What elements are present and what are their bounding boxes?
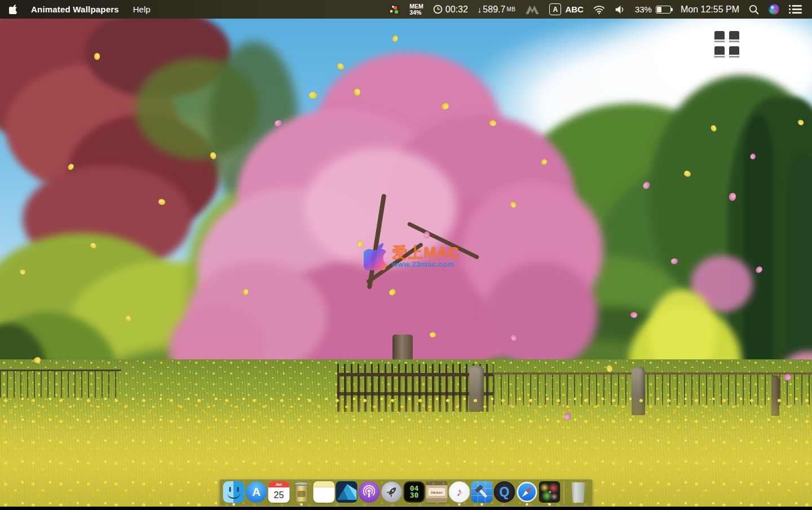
- dock-stickers[interactable]: Stickers: [426, 480, 448, 505]
- grid-cell: [714, 31, 725, 43]
- yellow-petal: [391, 35, 399, 43]
- quicktime-icon: Q: [494, 481, 515, 503]
- battery-percent: 33%: [635, 5, 652, 14]
- input-source-status[interactable]: A ABC: [549, 3, 584, 15]
- notes-icon: [314, 481, 335, 503]
- watermark: 爱上MAC www.23mac.com: [364, 243, 460, 270]
- finder-icon: [223, 481, 245, 503]
- stickers-icon: Stickers: [426, 481, 448, 503]
- running-indicator: [549, 503, 551, 505]
- yellow-petal: [309, 92, 317, 99]
- dock-app-store[interactable]: A: [246, 480, 267, 505]
- download-unit: MB: [506, 6, 515, 12]
- notification-list-icon[interactable]: [789, 5, 802, 14]
- dock: A Jan 25: [219, 479, 593, 507]
- network-status[interactable]: ↓ 589.7 MB: [478, 5, 516, 15]
- memory-value: 34%: [409, 10, 423, 16]
- watermark-title: 爱上MAC: [392, 245, 460, 261]
- dock-notes[interactable]: [314, 480, 335, 505]
- wallpaper-foliage-blob: [485, 261, 598, 368]
- menu-bar-clock[interactable]: Mon 12:55 PM: [681, 5, 739, 15]
- help-menu[interactable]: Help: [133, 5, 151, 14]
- dock-affinity-designer[interactable]: [336, 480, 358, 505]
- active-app-menu[interactable]: Animated Wallpapers: [31, 5, 119, 14]
- trash-icon: [570, 482, 587, 503]
- grid-cell: [729, 46, 739, 58]
- pink-petal: [564, 413, 571, 420]
- mountain-m-icon[interactable]: [525, 5, 540, 15]
- dock-separator: [564, 482, 564, 504]
- wallpaper-foliage-blob: [743, 115, 774, 397]
- dock-itunes[interactable]: ♪: [449, 480, 470, 505]
- clock-icon: [433, 5, 443, 14]
- timer-status[interactable]: 00:32: [433, 5, 468, 15]
- tin-can-icon: [291, 481, 312, 503]
- apple-logo-icon: [9, 5, 17, 14]
- itunes-icon: ♪: [449, 481, 470, 503]
- dock-quicktime[interactable]: Q: [494, 480, 515, 505]
- rocket-icon: [381, 481, 403, 503]
- dock-watch-timer[interactable]: 04 30: [404, 480, 425, 505]
- running-indicator: [233, 503, 235, 505]
- animated-wallpapers-icon: [539, 481, 561, 503]
- download-value: 589.7: [483, 5, 505, 15]
- calendar-month: Jan: [268, 481, 290, 487]
- apple-menu[interactable]: [9, 5, 17, 14]
- wifi-icon[interactable]: [593, 5, 605, 14]
- watch-timer-icon: 04 30: [404, 481, 425, 503]
- download-arrow-icon: ↓: [478, 5, 482, 14]
- watch-timer-bottom: 30: [410, 492, 419, 499]
- battery-status[interactable]: 33%: [635, 5, 671, 14]
- grid-cell: [729, 31, 739, 43]
- macos-desktop: 爱上MAC www.23mac.com Animated Wallpapers …: [0, 0, 812, 510]
- yellow-petal: [336, 62, 345, 71]
- running-indicator: [481, 503, 483, 505]
- running-indicator: [301, 503, 303, 505]
- input-label: ABC: [565, 5, 584, 14]
- battery-icon: [656, 6, 671, 14]
- dock-tin-can-app[interactable]: [291, 480, 312, 505]
- watermark-url: www.23mac.com: [392, 261, 460, 269]
- dock-calendar[interactable]: Jan 25: [268, 480, 290, 505]
- input-key-icon: A: [549, 3, 561, 15]
- confetti-status-icon[interactable]: [389, 5, 400, 15]
- dock-trash[interactable]: [568, 480, 589, 505]
- memory-label: MEM: [409, 3, 423, 10]
- safari-icon: [517, 481, 538, 503]
- running-indicator: [526, 503, 528, 505]
- grid-cell: [714, 46, 725, 58]
- app-store-letter: A: [252, 485, 261, 499]
- podcasts-icon: [359, 481, 380, 503]
- dock-xcode[interactable]: [471, 480, 493, 505]
- xcode-icon: [471, 481, 493, 503]
- app-store-icon: A: [246, 481, 267, 503]
- stickers-label: Stickers: [429, 488, 445, 496]
- calendar-day: 25: [268, 487, 290, 503]
- menu-bar: Animated Wallpapers Help MEM 34% 00:32 ↓…: [0, 0, 812, 19]
- yellow-petal: [489, 120, 497, 126]
- siri-icon[interactable]: [769, 4, 779, 15]
- music-note-glyph: ♪: [456, 485, 462, 499]
- rainbow-apple-logo-icon: [364, 243, 387, 270]
- memory-status[interactable]: MEM 34%: [409, 3, 423, 15]
- calendar-icon: Jan 25: [268, 481, 290, 503]
- running-indicator: [458, 503, 461, 505]
- window-grid-icon[interactable]: [714, 31, 739, 58]
- dock-podcasts[interactable]: [359, 480, 380, 505]
- quicktime-letter: Q: [500, 485, 510, 500]
- dock-finder[interactable]: [223, 480, 245, 505]
- fence-left: [0, 370, 121, 398]
- dock-launchpad-rocket[interactable]: [381, 480, 403, 505]
- affinity-designer-icon: [336, 481, 358, 503]
- pink-petal: [630, 312, 637, 318]
- desktop-wallpaper[interactable]: 爱上MAC www.23mac.com: [0, 19, 812, 507]
- timer-value: 00:32: [445, 5, 468, 15]
- dock-animated-wallpapers[interactable]: [539, 480, 561, 505]
- spotlight-search-icon[interactable]: [749, 5, 759, 15]
- dock-safari[interactable]: [517, 480, 538, 505]
- volume-icon[interactable]: [615, 5, 625, 14]
